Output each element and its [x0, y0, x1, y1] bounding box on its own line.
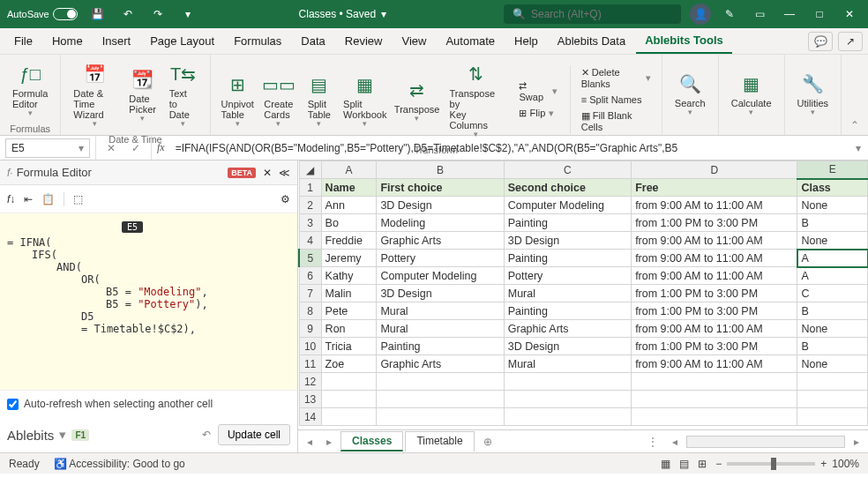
cell[interactable]: from 9:00 AM to 11:00 AM [632, 232, 797, 250]
account-icon[interactable]: 👤 [690, 4, 711, 25]
maximize-icon[interactable]: □ [808, 3, 831, 26]
ribbon-split-table[interactable]: ▤SplitTable▾ [300, 69, 339, 131]
outdent-icon[interactable]: ⇤ [24, 193, 33, 205]
ribbon-date-&-time-wizard[interactable]: 📅Date &Time Wizard▾ [68, 58, 121, 131]
col-header-C[interactable]: C [504, 161, 631, 179]
cell[interactable]: from 9:00 AM to 11:00 AM [632, 320, 797, 338]
cell[interactable] [504, 408, 631, 426]
autosave-toggle[interactable] [53, 8, 78, 20]
cell[interactable]: Graphic Arts [504, 320, 631, 338]
cell[interactable]: Zoe [321, 355, 377, 373]
ribbon-collapse-icon[interactable]: ⌃ [842, 116, 868, 135]
cell[interactable] [632, 373, 797, 391]
ribbon-swap[interactable]: ⇄ Swap ▾ [515, 78, 560, 104]
row-header-1[interactable]: 1 [299, 179, 321, 197]
menu-tab-review[interactable]: Review [336, 29, 392, 53]
cell[interactable]: Ron [321, 320, 377, 338]
row-header-4[interactable]: 4 [299, 232, 321, 250]
cell[interactable]: 3D Design [377, 285, 504, 302]
cell[interactable]: Mural [504, 355, 631, 373]
cell[interactable]: B [797, 338, 868, 355]
col-header-B[interactable]: B [377, 161, 504, 179]
sheet-tab-classes[interactable]: Classes [340, 431, 403, 451]
ribbon-split-workbook[interactable]: ▦SplitWorkbook▾ [340, 69, 390, 131]
ribbon-search[interactable]: 🔍Search▾ [670, 68, 711, 119]
menu-tab-home[interactable]: Home [43, 29, 92, 53]
cell[interactable] [321, 373, 377, 391]
cell[interactable]: Modeling [377, 214, 504, 232]
horizontal-scrollbar[interactable] [686, 436, 845, 448]
ribbon-date-picker[interactable]: 📆DatePicker▾ [123, 63, 162, 125]
cell[interactable]: C [797, 285, 868, 302]
row-header-2[interactable]: 2 [299, 197, 321, 214]
cell[interactable]: B [797, 302, 868, 320]
sheet-tab-timetable[interactable]: Timetable [405, 431, 474, 451]
view-normal-icon[interactable]: ▦ [661, 458, 670, 470]
cell[interactable]: Painting [504, 214, 631, 232]
cell[interactable]: Painting [377, 338, 504, 355]
cell[interactable]: Computer Modeling [504, 197, 631, 214]
search-box[interactable]: 🔍 [504, 4, 681, 24]
title-dropdown-icon[interactable]: ▾ [381, 8, 386, 20]
cell[interactable]: from 1:00 PM to 3:00 PM [632, 214, 797, 232]
cell[interactable]: None [797, 232, 868, 250]
ribbon-split-names[interactable]: ≡ Split Names [578, 93, 655, 107]
row-header-10[interactable]: 10 [299, 338, 321, 355]
hscroll-left[interactable]: ◂ [667, 436, 683, 448]
menu-tab-insert[interactable]: Insert [94, 29, 140, 53]
zoom-slider[interactable] [727, 462, 815, 466]
cell[interactable] [632, 391, 797, 408]
cell[interactable]: None [797, 355, 868, 373]
cell[interactable]: Painting [504, 250, 631, 267]
share-icon[interactable]: ↗ [838, 32, 863, 51]
row-header-3[interactable]: 3 [299, 214, 321, 232]
cell[interactable] [377, 373, 504, 391]
cell[interactable]: from 1:00 PM to 3:00 PM [632, 302, 797, 320]
cell[interactable]: Computer Modeling [377, 267, 504, 285]
formula-code[interactable]: E5 = IFNA(IFS(AND(OR(B5 = "Modeling",B5 … [0, 213, 297, 390]
cell[interactable]: Pete [321, 302, 377, 320]
minimize-icon[interactable]: — [778, 3, 801, 26]
ribbon-display-icon[interactable]: ▭ [748, 3, 771, 26]
worksheet-grid[interactable]: ◢ABCDE1NameFirst choiceSecond choiceFree… [298, 160, 868, 452]
cell[interactable]: B [797, 214, 868, 232]
cell[interactable]: 3D Design [377, 197, 504, 214]
row-header-7[interactable]: 7 [299, 285, 321, 302]
cell[interactable]: Jeremy [321, 250, 377, 267]
ribbon-create-cards[interactable]: ▭▭CreateCards▾ [259, 69, 298, 131]
cell[interactable] [632, 408, 797, 426]
new-sheet-button[interactable]: ⊕ [478, 436, 498, 448]
undo-panel-icon[interactable]: ↶ [202, 429, 211, 441]
cell[interactable]: Malin [321, 285, 377, 302]
name-box[interactable]: E5 ▾ [5, 138, 90, 158]
cell[interactable]: Tricia [321, 338, 377, 355]
highlight-icon[interactable]: ⬚ [73, 193, 83, 205]
ribbon-flip[interactable]: ⊞ Flip ▾ [515, 106, 560, 121]
cell[interactable]: Pottery [504, 267, 631, 285]
cell[interactable] [797, 373, 868, 391]
clipboard-icon[interactable]: 📋 [41, 193, 55, 205]
ribbon-text-to-date[interactable]: T⇆Text toDate▾ [164, 58, 203, 131]
accessibility-status[interactable]: ♿ Accessibility: Good to go [54, 458, 185, 470]
cell[interactable]: Freddie [321, 232, 377, 250]
cell[interactable]: Kathy [321, 267, 377, 285]
search-input[interactable] [531, 8, 672, 20]
cell[interactable]: 3D Design [504, 338, 631, 355]
menu-tab-data[interactable]: Data [292, 29, 333, 53]
cell[interactable]: Pottery [377, 250, 504, 267]
row-header-14[interactable]: 14 [299, 408, 321, 426]
row-header-11[interactable]: 11 [299, 355, 321, 373]
cell[interactable]: None [797, 320, 868, 338]
qat-dropdown-icon[interactable]: ▾ [176, 3, 199, 26]
cell[interactable]: Bo [321, 214, 377, 232]
save-icon[interactable]: 💾 [86, 3, 109, 26]
undo-icon[interactable]: ↶ [116, 3, 139, 26]
cell[interactable]: Mural [504, 285, 631, 302]
cell[interactable] [797, 408, 868, 426]
cell[interactable]: Painting [504, 302, 631, 320]
sheet-nav-prev[interactable]: ◂ [302, 436, 318, 448]
coming-soon-icon[interactable]: ✎ [718, 3, 741, 26]
view-layout-icon[interactable]: ▤ [679, 458, 689, 470]
hscroll-right[interactable]: ▸ [849, 436, 864, 448]
enter-formula-icon[interactable]: ✓ [124, 137, 147, 160]
